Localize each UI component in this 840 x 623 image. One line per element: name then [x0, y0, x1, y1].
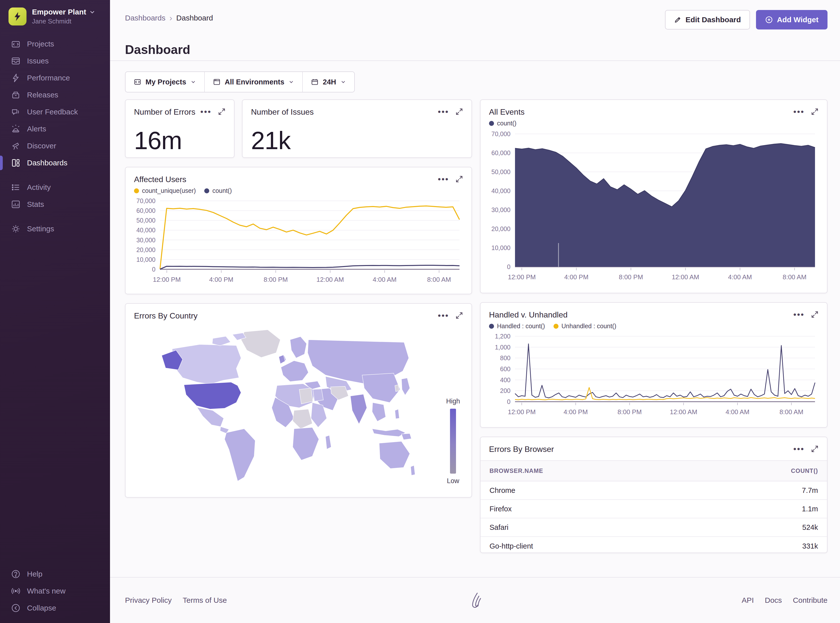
legend-dot [204, 188, 209, 193]
chevron-down-icon [89, 9, 95, 15]
widget-title: Number of Issues [251, 107, 314, 117]
svg-text:8:00 PM: 8:00 PM [263, 276, 288, 283]
breadcrumb-separator: › [169, 13, 172, 23]
widget-menu-icon[interactable]: ••• [438, 311, 449, 320]
project-filter[interactable]: My Projects [126, 72, 204, 92]
widget-title: Handled v. Unhandled [489, 310, 568, 319]
svg-text:60,000: 60,000 [137, 207, 155, 214]
svg-text:400: 400 [500, 376, 511, 384]
breadcrumb-dashboards[interactable]: Dashboards [125, 14, 166, 22]
time-range-filter[interactable]: 24H [302, 72, 354, 92]
country-india [350, 394, 367, 424]
svg-text:50,000: 50,000 [137, 217, 155, 224]
alerts-icon [11, 124, 20, 134]
legend-dot [134, 188, 139, 193]
widget-menu-icon[interactable]: ••• [438, 175, 449, 183]
sidebar-item-projects[interactable]: Projects [0, 35, 110, 52]
collapse-icon [11, 603, 20, 613]
expand-icon[interactable] [455, 312, 463, 319]
big-number-value: 21k [251, 126, 463, 155]
country-scandinavia [290, 336, 306, 358]
svg-text:4:00 AM: 4:00 AM [728, 273, 752, 281]
sidebar-item-whats-new[interactable]: What's new [0, 583, 110, 600]
svg-text:10,000: 10,000 [137, 256, 155, 263]
add-widget-button[interactable]: Add Widget [756, 10, 828, 29]
expand-icon[interactable] [811, 311, 818, 318]
all-events-chart[interactable]: 010,00020,00030,00040,00050,00060,00070,… [489, 130, 818, 283]
table-row: Safari 524k [480, 518, 827, 537]
widget-menu-icon[interactable]: ••• [793, 445, 805, 453]
svg-text:0: 0 [507, 263, 511, 270]
expand-icon[interactable] [811, 445, 818, 453]
sidebar-item-releases[interactable]: Releases [0, 86, 110, 103]
sidebar-item-collapse[interactable]: Collapse [0, 600, 110, 617]
expand-icon[interactable] [455, 108, 463, 115]
expand-icon[interactable] [811, 108, 818, 115]
issues-icon [11, 56, 20, 66]
widget-menu-icon[interactable]: ••• [793, 107, 805, 116]
affected-users-chart[interactable]: 010,00020,00030,00040,00050,00060,00070,… [134, 197, 463, 285]
country-canada-islands [212, 333, 246, 346]
sidebar-item-issues[interactable]: Issues [0, 52, 110, 69]
activity-icon [11, 183, 20, 192]
sidebar-item-performance[interactable]: Performance [0, 69, 110, 86]
widget-errors-by-country: Errors By Country ••• [125, 303, 472, 497]
widget-title: Errors By Browser [489, 445, 554, 454]
terms-of-use-link[interactable]: Terms of Use [183, 596, 227, 605]
lightning-icon [12, 11, 23, 22]
country-south-america [225, 429, 255, 481]
sidebar-item-alerts[interactable]: Alerts [0, 120, 110, 137]
country-indochina [372, 403, 386, 421]
legend-low-label: Low [447, 477, 459, 485]
sidebar-item-settings[interactable]: Settings [0, 220, 110, 237]
edit-dashboard-button[interactable]: Edit Dashboard [665, 10, 750, 29]
contribute-link[interactable]: Contribute [793, 596, 828, 605]
sidebar-item-discover[interactable]: Discover [0, 137, 110, 154]
column-browser-name: BROWSER.NAME [489, 467, 543, 474]
widget-menu-icon[interactable]: ••• [200, 107, 211, 116]
sidebar-item-help[interactable]: Help [0, 566, 110, 583]
docs-link[interactable]: Docs [765, 596, 782, 605]
svg-text:1,200: 1,200 [495, 333, 511, 340]
widget-number-of-issues: Number of Issues ••• 21k [242, 100, 472, 158]
widget-number-of-errors: Number of Errors ••• 16m [125, 100, 234, 158]
svg-text:12:00 AM: 12:00 AM [670, 408, 697, 416]
country-china [362, 373, 400, 402]
org-switcher[interactable]: Empower Plant Jane Schmidt [0, 8, 110, 26]
svg-text:60,000: 60,000 [491, 149, 511, 157]
country-southern-africa [293, 427, 319, 460]
country-usa [184, 382, 241, 409]
legend-dot [489, 324, 494, 329]
big-number-value: 16m [134, 126, 226, 155]
sidebar-item-dashboards[interactable]: Dashboards [0, 154, 110, 171]
chart-legend: Handled : count() Unhandled : count() [489, 322, 818, 330]
privacy-policy-link[interactable]: Privacy Policy [125, 596, 172, 605]
country-central-africa [293, 409, 312, 429]
sidebar-item-stats[interactable]: Stats [0, 196, 110, 213]
svg-text:8:00 AM: 8:00 AM [780, 408, 803, 416]
country-egypt [313, 389, 323, 401]
environment-filter[interactable]: All Environments [204, 72, 303, 92]
sidebar-item-user-feedback[interactable]: User Feedback [0, 103, 110, 120]
header-actions: Edit Dashboard Add Widget [665, 10, 828, 29]
sidebar-item-activity[interactable]: Activity [0, 179, 110, 196]
country-mexico [197, 407, 224, 427]
map-color-legend: High Low [446, 397, 460, 485]
sidebar-nav-primary: Projects Issues Performance Releases Use… [0, 35, 110, 171]
broadcast-icon [11, 586, 20, 596]
legend-high-label: High [446, 397, 460, 405]
country-libya [299, 388, 313, 404]
widget-menu-icon[interactable]: ••• [438, 107, 449, 116]
handled-vs-unhandled-chart[interactable]: 02004006008001,0001,20012:00 PM4:00 PM8:… [489, 333, 818, 418]
api-link[interactable]: API [742, 596, 754, 605]
breadcrumb-current: Dashboard [176, 14, 213, 22]
expand-icon[interactable] [218, 108, 226, 115]
expand-icon[interactable] [455, 175, 463, 183]
widget-menu-icon[interactable]: ••• [793, 310, 805, 319]
svg-text:200: 200 [500, 387, 511, 394]
country-canada [172, 344, 241, 384]
page-footer: Privacy Policy Terms of Use API Docs Con… [110, 577, 840, 623]
widget-title: Affected Users [134, 175, 186, 184]
country-philippines [395, 409, 400, 419]
svg-text:800: 800 [500, 354, 511, 361]
